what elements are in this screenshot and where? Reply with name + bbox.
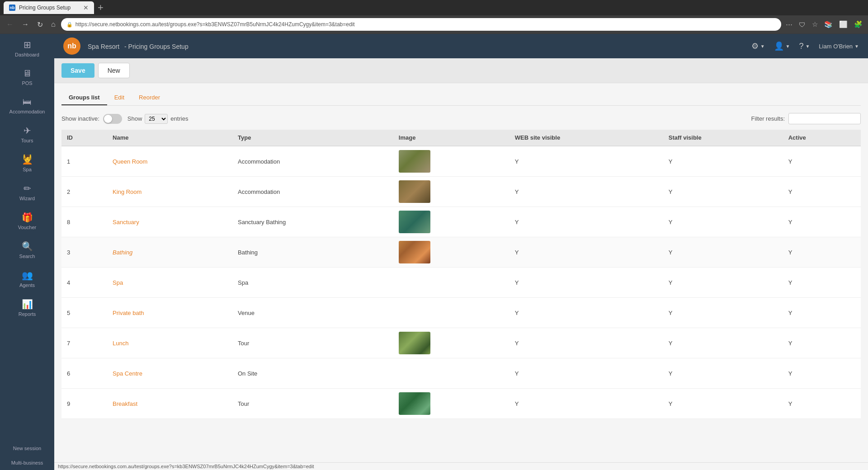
cell-active: Y bbox=[783, 207, 861, 237]
cell-type: Bathing bbox=[232, 237, 393, 268]
group-name-link[interactable]: Private bath bbox=[113, 310, 144, 316]
table-row: 5Private bathVenueYYY bbox=[61, 298, 861, 328]
cell-id: 7 bbox=[61, 328, 107, 358]
cell-type: Accommodation bbox=[232, 146, 393, 177]
sidebar-item-search[interactable]: 🔍 Search bbox=[0, 235, 54, 264]
entries-select[interactable]: 25 10 50 100 bbox=[145, 114, 168, 124]
agents-icon: 👥 bbox=[22, 270, 33, 281]
group-name-link[interactable]: Lunch bbox=[113, 340, 128, 347]
app-name: Spa Resort bbox=[88, 43, 119, 50]
cell-name[interactable]: Spa Centre bbox=[107, 358, 232, 389]
group-name-link[interactable]: Queen Room bbox=[113, 158, 147, 165]
sidebar-item-dashboard[interactable]: ⊞ Dashboard bbox=[0, 34, 54, 63]
cell-web-visible: Y bbox=[509, 298, 663, 328]
cell-name[interactable]: Bathing bbox=[107, 237, 232, 268]
group-name-link[interactable]: Spa bbox=[113, 279, 123, 286]
sidebar-new-session[interactable]: New session bbox=[0, 441, 54, 456]
forward-button[interactable]: → bbox=[19, 19, 32, 30]
user-name-chevron-icon: ▼ bbox=[854, 44, 859, 49]
cell-image bbox=[393, 177, 509, 207]
refresh-button[interactable]: ↻ bbox=[34, 19, 46, 31]
sidebar-multi-business[interactable]: Multi-business bbox=[0, 456, 54, 470]
sidebar-item-wizard[interactable]: ✏ Wizard bbox=[0, 178, 54, 207]
cell-name[interactable]: Lunch bbox=[107, 328, 232, 358]
right-panel: nb Spa Resort - Pricing Groups Setup ⚙ ▼… bbox=[54, 34, 868, 470]
cell-name[interactable]: Breakfast bbox=[107, 389, 232, 419]
sidebar-item-voucher[interactable]: 🎁 Voucher bbox=[0, 207, 54, 235]
tab-groups-list[interactable]: Groups list bbox=[61, 90, 107, 105]
save-button[interactable]: Save bbox=[61, 63, 94, 78]
user-name-text: Liam O'Brien bbox=[819, 43, 853, 50]
cell-active: Y bbox=[783, 268, 861, 298]
cell-name[interactable]: Spa bbox=[107, 268, 232, 298]
sidebar-label-wizard: Wizard bbox=[19, 196, 35, 201]
tab-reorder[interactable]: Reorder bbox=[132, 90, 167, 105]
sidebar-icon[interactable]: 📚 bbox=[822, 19, 835, 30]
cell-image bbox=[393, 237, 509, 268]
back-button[interactable]: ← bbox=[4, 19, 16, 30]
group-image bbox=[399, 180, 430, 203]
tab-sync-icon[interactable]: ⬜ bbox=[837, 19, 849, 30]
tours-icon: ✈ bbox=[24, 125, 31, 136]
sidebar-label-spa: Spa bbox=[23, 167, 32, 172]
group-name-link[interactable]: Bathing bbox=[113, 249, 132, 256]
cell-active: Y bbox=[783, 298, 861, 328]
extensions-icon[interactable]: 🧩 bbox=[852, 19, 864, 30]
table-row: 3BathingBathingYYY bbox=[61, 237, 861, 268]
tab-edit[interactable]: Edit bbox=[107, 90, 132, 105]
sidebar-item-tours[interactable]: ✈ Tours bbox=[0, 120, 54, 149]
cell-active: Y bbox=[783, 389, 861, 419]
group-name-link[interactable]: Sanctuary bbox=[113, 219, 139, 226]
sidebar-item-spa[interactable]: 💆 Spa bbox=[0, 149, 54, 178]
cell-web-visible: Y bbox=[509, 146, 663, 177]
accommodation-icon: 🛏 bbox=[23, 97, 32, 107]
cell-name[interactable]: Private bath bbox=[107, 298, 232, 328]
show-entries-control: Show 25 10 50 100 entries bbox=[127, 114, 189, 124]
settings-menu[interactable]: ⚙ ▼ bbox=[751, 41, 765, 51]
new-tab-button[interactable]: + bbox=[98, 2, 104, 14]
cell-name[interactable]: Queen Room bbox=[107, 146, 232, 177]
col-header-staff-visible: Staff visible bbox=[663, 130, 783, 146]
filter-label: Filter results: bbox=[751, 115, 785, 122]
filter-input[interactable] bbox=[788, 113, 861, 124]
show-inactive-control: Show inactive: bbox=[61, 114, 122, 124]
browser-tab[interactable]: nb Pricing Groups Setup ✕ bbox=[4, 1, 94, 14]
table-body: 1Queen RoomAccommodationYYY2King RoomAcc… bbox=[61, 146, 861, 419]
sidebar-item-accommodation[interactable]: 🛏 Accommodation bbox=[0, 91, 54, 120]
group-name-link[interactable]: Breakfast bbox=[113, 400, 137, 407]
cell-image bbox=[393, 298, 509, 328]
table-row: 1Queen RoomAccommodationYYY bbox=[61, 146, 861, 177]
user-name-menu[interactable]: Liam O'Brien ▼ bbox=[819, 43, 859, 50]
status-bar: https://secure.netbookings.com.au/test/g… bbox=[54, 462, 868, 470]
group-name-link[interactable]: King Room bbox=[113, 188, 142, 195]
table-row: 4SpaSpaYYY bbox=[61, 268, 861, 298]
lock-icon: 🔒 bbox=[66, 22, 73, 28]
user-menu[interactable]: 👤 ▼ bbox=[774, 41, 790, 51]
pos-icon: 🖥 bbox=[23, 68, 32, 79]
inactive-toggle[interactable] bbox=[103, 114, 122, 124]
cell-image bbox=[393, 389, 509, 419]
sidebar-item-agents[interactable]: 👥 Agents bbox=[0, 264, 54, 293]
sidebar: ⊞ Dashboard 🖥 POS 🛏 Accommodation ✈ Tour… bbox=[0, 34, 54, 470]
help-menu[interactable]: ? ▼ bbox=[799, 42, 810, 51]
cell-name[interactable]: Sanctuary bbox=[107, 207, 232, 237]
cell-staff-visible: Y bbox=[663, 177, 783, 207]
home-button[interactable]: ⌂ bbox=[48, 19, 58, 30]
tab-close-button[interactable]: ✕ bbox=[83, 4, 89, 11]
reports-icon: 📊 bbox=[22, 299, 33, 310]
overflow-menu-icon[interactable]: ⋯ bbox=[784, 19, 794, 30]
cell-name[interactable]: King Room bbox=[107, 177, 232, 207]
new-button[interactable]: New bbox=[98, 63, 130, 78]
cell-type: Sanctuary Bathing bbox=[232, 207, 393, 237]
cell-id: 4 bbox=[61, 268, 107, 298]
address-bar[interactable]: 🔒 https://secure.netbookings.com.au/test… bbox=[61, 18, 781, 31]
pocket-icon[interactable]: 🛡 bbox=[797, 19, 807, 30]
sidebar-item-reports[interactable]: 📊 Reports bbox=[0, 293, 54, 322]
cell-type: Tour bbox=[232, 389, 393, 419]
sidebar-item-pos[interactable]: 🖥 POS bbox=[0, 63, 54, 91]
sidebar-label-pos: POS bbox=[22, 80, 32, 86]
group-name-link[interactable]: Spa Centre bbox=[113, 370, 142, 377]
content-area: Groups list Edit Reorder Show inactive: bbox=[54, 83, 868, 462]
group-image-placeholder bbox=[399, 362, 430, 385]
star-icon[interactable]: ☆ bbox=[810, 19, 820, 30]
